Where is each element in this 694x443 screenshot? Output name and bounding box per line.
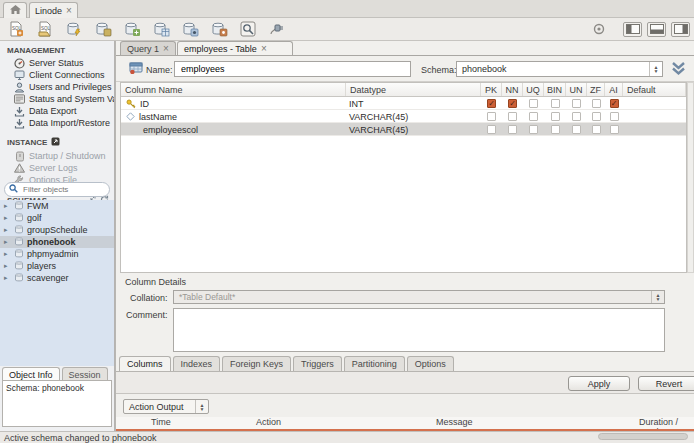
close-icon[interactable]: × xyxy=(163,45,169,53)
column-header-ai[interactable]: AI xyxy=(605,83,623,96)
toggle-left-sidebar[interactable] xyxy=(623,22,642,37)
tab-columns[interactable]: Columns xyxy=(119,356,171,371)
uq-checkbox[interactable] xyxy=(529,99,538,108)
editor-tab-employees-table[interactable]: employees - Table× xyxy=(177,41,293,55)
horizontal-scrollbar-thumb[interactable] xyxy=(598,433,688,440)
tab-triggers[interactable]: Triggers xyxy=(293,356,342,371)
search-data-icon[interactable] xyxy=(237,20,259,38)
action-output-header-message[interactable]: Message xyxy=(436,417,473,427)
sidebar-item-data-import-restore[interactable]: Data Import/Restore xyxy=(0,117,114,129)
connect-database-icon[interactable] xyxy=(92,20,114,38)
tab-partitioning[interactable]: Partitioning xyxy=(344,356,405,371)
uq-checkbox[interactable] xyxy=(529,125,538,134)
pk-checkbox[interactable] xyxy=(487,125,496,134)
schema-tree-item-phonebook[interactable]: ▸phonebook xyxy=(0,236,114,248)
collation-select[interactable]: *Table Default* ▲▼ xyxy=(173,290,665,304)
column-header-zf[interactable]: ZF xyxy=(587,83,605,96)
expand-arrow-icon[interactable]: ▸ xyxy=(4,274,11,282)
connection-tab-linode[interactable]: Linode × xyxy=(29,2,78,18)
schema-tree-item-scavenger[interactable]: ▸scavenger xyxy=(0,272,114,284)
schema-tree-item-phpmyadmin[interactable]: ▸phpmyadmin xyxy=(0,248,114,260)
column-header-uq[interactable]: UQ xyxy=(523,83,544,96)
column-header-bin[interactable]: BIN xyxy=(544,83,566,96)
action-output-header-action[interactable]: Action xyxy=(256,417,281,427)
sidebar-item-client-connections[interactable]: Client Connections xyxy=(0,69,114,81)
uq-checkbox[interactable] xyxy=(529,112,538,121)
zf-checkbox[interactable] xyxy=(592,99,601,108)
schema-select[interactable]: phonebook ▲▼ xyxy=(456,61,663,77)
un-checkbox[interactable] xyxy=(572,99,581,108)
action-output-header-time[interactable]: Time xyxy=(151,417,171,427)
column-row-employeescol[interactable]: employeescolVARCHAR(45) xyxy=(121,123,686,136)
tab-foreign-keys[interactable]: Foreign Keys xyxy=(222,356,291,371)
schema-tree-item-fwm[interactable]: ▸FWM xyxy=(0,200,114,212)
pk-checkbox[interactable] xyxy=(487,112,496,121)
tab-session[interactable]: Session xyxy=(62,367,108,381)
sidebar-item-startup-shutdown[interactable]: Startup / Shutdown xyxy=(0,150,114,162)
comment-textarea[interactable] xyxy=(173,308,665,352)
nn-checkbox[interactable] xyxy=(508,125,517,134)
column-header-default[interactable]: Default xyxy=(623,83,686,96)
new-table-icon[interactable] xyxy=(150,20,172,38)
ai-checkbox[interactable] xyxy=(610,112,619,121)
schema-select-stepper-icon[interactable]: ▲▼ xyxy=(649,62,662,76)
toggle-right-sidebar[interactable] xyxy=(671,22,690,37)
new-routine-icon[interactable] xyxy=(208,20,230,38)
toggle-bottom-panel[interactable] xyxy=(647,22,666,37)
query-database-icon[interactable] xyxy=(63,20,85,38)
expand-arrow-icon[interactable]: ▸ xyxy=(4,214,11,222)
sidebar-item-server-logs[interactable]: Server Logs xyxy=(0,162,114,174)
sidebar-item-users-and-privileges[interactable]: Users and Privileges xyxy=(0,81,114,93)
apply-button[interactable]: Apply xyxy=(568,376,630,391)
grid-vertical-scrollbar[interactable] xyxy=(687,82,694,273)
column-header-pk[interactable]: PK xyxy=(481,83,502,96)
table-name-input[interactable] xyxy=(179,63,406,75)
schema-filter-input[interactable] xyxy=(21,184,101,195)
column-header-column-name[interactable]: Column Name xyxy=(121,83,346,96)
new-schema-icon[interactable] xyxy=(121,20,143,38)
un-checkbox[interactable] xyxy=(572,125,581,134)
column-row-lastname[interactable]: lastNameVARCHAR(45) xyxy=(121,110,686,123)
expand-arrow-icon[interactable]: ▸ xyxy=(4,250,11,258)
ai-checkbox[interactable]: ✓ xyxy=(610,99,619,108)
home-tab[interactable] xyxy=(3,2,27,18)
expand-arrow-icon[interactable]: ▸ xyxy=(4,226,11,234)
expand-arrow-icon[interactable]: ▸ xyxy=(4,262,11,270)
reconnect-dbms-icon[interactable] xyxy=(266,20,288,38)
pk-checkbox[interactable]: ✓ xyxy=(487,99,496,108)
tab-options[interactable]: Options xyxy=(407,356,454,371)
editor-tab-query-1[interactable]: Query 1× xyxy=(120,41,176,55)
sidebar-item-data-export[interactable]: Data Export xyxy=(0,105,114,117)
zf-checkbox[interactable] xyxy=(592,112,601,121)
schema-tree-item-golf[interactable]: ▸golf xyxy=(0,212,114,224)
expand-arrow-icon[interactable]: ▸ xyxy=(4,202,11,210)
tab-indexes[interactable]: Indexes xyxy=(173,356,221,371)
open-sql-script-icon[interactable]: SQL xyxy=(34,20,56,38)
sidebar-item-status-and-system-variables[interactable]: Status and System Variables xyxy=(0,93,114,105)
bin-checkbox[interactable] xyxy=(551,99,560,108)
new-view-icon[interactable] xyxy=(179,20,201,38)
expand-arrow-icon[interactable]: ▸ xyxy=(4,238,11,246)
bin-checkbox[interactable] xyxy=(551,112,560,121)
close-icon[interactable]: × xyxy=(261,45,267,53)
nn-checkbox[interactable]: ✓ xyxy=(508,99,517,108)
schema-tree-item-groupschedule[interactable]: ▸groupSchedule xyxy=(0,224,114,236)
action-output-select[interactable]: Action Output ▲▼ xyxy=(123,399,209,414)
collapse-header-chevrons-icon[interactable] xyxy=(670,61,687,78)
schema-tree-item-players[interactable]: ▸players xyxy=(0,260,114,272)
close-icon[interactable]: × xyxy=(66,7,72,15)
zf-checkbox[interactable] xyxy=(592,125,601,134)
revert-button[interactable]: Revert xyxy=(638,376,694,391)
sidebar-item-server-status[interactable]: Server Status xyxy=(0,57,114,69)
tab-object-info[interactable]: Object Info xyxy=(2,367,60,381)
new-query-tab-icon[interactable]: SQL xyxy=(5,20,27,38)
warning-icon xyxy=(14,163,25,174)
ai-checkbox[interactable] xyxy=(610,125,619,134)
nn-checkbox[interactable] xyxy=(508,112,517,121)
column-header-datatype[interactable]: Datatype xyxy=(346,83,481,96)
un-checkbox[interactable] xyxy=(572,112,581,121)
column-header-un[interactable]: UN xyxy=(566,83,587,96)
column-header-nn[interactable]: NN xyxy=(502,83,523,96)
bin-checkbox[interactable] xyxy=(551,125,560,134)
column-row-id[interactable]: IDINT✓✓✓ xyxy=(121,97,686,110)
